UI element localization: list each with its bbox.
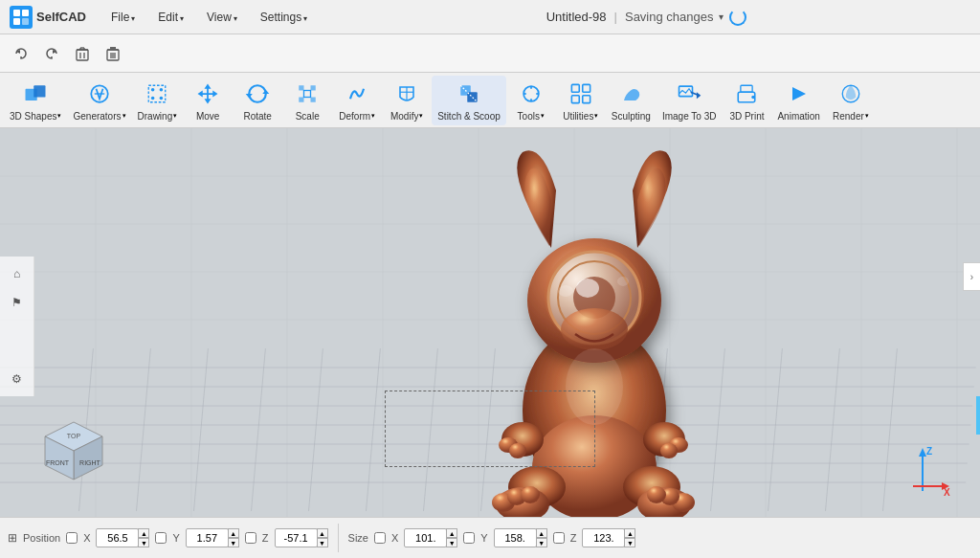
file-menu[interactable]: File▾ <box>103 7 143 28</box>
x-label-pos: X <box>83 532 90 544</box>
render-icon <box>835 79 866 109</box>
position-z-input[interactable] <box>275 528 318 547</box>
svg-point-119 <box>561 308 628 350</box>
position-x-input[interactable] <box>96 528 139 547</box>
viewport[interactable]: ⌂ ⚑ TOP RIGHT FRONT ⚙ › <box>0 128 980 520</box>
size-x-down[interactable]: ▼ <box>446 538 457 547</box>
position-y-input[interactable] <box>186 528 229 547</box>
sculpting-icon <box>615 79 646 109</box>
svg-point-107 <box>509 443 526 458</box>
3d-shapes-label: 3D Shapes <box>10 111 56 122</box>
tool-stitch-scoop[interactable]: Stitch & Scoop <box>432 76 506 125</box>
scale-label: Scale <box>296 111 320 122</box>
tool-3d-print[interactable]: 3D Print <box>722 76 771 125</box>
z-label-pos: Z <box>262 532 269 544</box>
nav-cube[interactable]: TOP RIGHT FRONT <box>40 417 107 484</box>
drawing-label: Drawing <box>138 111 173 122</box>
tool-scale[interactable]: Scale <box>282 76 332 125</box>
generators-label: Generators <box>73 111 121 122</box>
position-checkbox-y[interactable] <box>155 532 167 544</box>
position-z-down[interactable]: ▼ <box>317 538 328 547</box>
tool-3d-shapes[interactable]: 3D Shapes ▾ <box>4 76 67 125</box>
deform-icon <box>342 79 372 109</box>
delete-button[interactable] <box>69 40 96 67</box>
rotate-label: Rotate <box>243 111 271 122</box>
title-center: Untitled-98 | Saving changes ▾ <box>323 9 970 26</box>
svg-point-25 <box>160 88 164 92</box>
tool-utilities[interactable]: Utilities ▾ <box>556 76 606 125</box>
redo-button[interactable] <box>38 40 65 67</box>
svg-point-24 <box>151 88 155 92</box>
tool-move[interactable]: Move <box>183 76 233 125</box>
position-checkbox-z[interactable] <box>245 532 256 544</box>
position-y-down[interactable]: ▼ <box>228 538 239 547</box>
svg-rect-48 <box>583 96 590 103</box>
saving-text: Saving changes <box>625 10 714 24</box>
svg-point-26 <box>160 97 164 100</box>
size-label: Size <box>348 532 368 544</box>
status-divider <box>338 524 339 552</box>
svg-text:TOP: TOP <box>67 433 81 439</box>
svg-point-100 <box>521 486 540 503</box>
position-x-up[interactable]: ▲ <box>138 528 149 538</box>
size-x-input[interactable] <box>404 528 447 547</box>
tools-row: 3D Shapes ▾ Generators ▾ Drawing ▾ Move <box>0 73 980 128</box>
svg-rect-2 <box>13 18 20 25</box>
position-x-down[interactable]: ▼ <box>138 538 149 547</box>
utilities-icon <box>566 79 596 109</box>
svg-text:Z: Z <box>926 446 932 457</box>
size-z-up[interactable]: ▲ <box>624 528 635 538</box>
view-menu[interactable]: View▾ <box>199 7 245 28</box>
trash-button[interactable] <box>100 40 126 67</box>
svg-point-27 <box>151 97 155 100</box>
right-collapse-button[interactable]: › <box>963 262 980 291</box>
status-bar: ⊞ Position X ▲▼ Y ▲▼ Z ▲▼ Size X ▲▼ Y ▲▼… <box>0 517 980 558</box>
tool-generators[interactable]: Generators ▾ <box>67 76 131 125</box>
size-checkbox-z[interactable] <box>553 532 565 544</box>
tool-deform[interactable]: Deform ▾ <box>332 76 382 125</box>
position-y-up[interactable]: ▲ <box>228 528 239 538</box>
tools-icon <box>516 79 546 109</box>
generators-icon <box>84 79 115 109</box>
tool-animation[interactable]: Animation <box>771 76 825 125</box>
tool-modify[interactable]: Modify ▾ <box>382 76 432 125</box>
tool-drawing[interactable]: Drawing ▾ <box>132 76 184 125</box>
settings-sidebar-btn[interactable]: ⚙ <box>4 366 31 392</box>
edit-menu[interactable]: Edit▾ <box>150 7 191 28</box>
svg-rect-46 <box>583 84 590 92</box>
tool-image-to-3d[interactable]: Image To 3D <box>657 76 723 125</box>
size-z-down[interactable]: ▼ <box>624 538 635 547</box>
logo-area: SelfCAD <box>10 6 86 29</box>
position-label: Position <box>23 532 60 544</box>
undo-button[interactable] <box>8 40 34 67</box>
toolbar <box>0 34 980 73</box>
svg-rect-45 <box>571 84 579 92</box>
size-z-input[interactable] <box>582 528 625 547</box>
tool-render[interactable]: Render ▾ <box>826 76 876 125</box>
svg-point-53 <box>752 96 756 100</box>
size-y-down[interactable]: ▼ <box>536 538 547 547</box>
svg-marker-29 <box>246 94 253 98</box>
size-x-up[interactable]: ▲ <box>446 528 457 538</box>
position-z-up[interactable]: ▲ <box>317 528 328 538</box>
tool-tools[interactable]: Tools ▾ <box>506 76 556 125</box>
size-y-up[interactable]: ▲ <box>536 528 547 538</box>
modify-icon <box>391 79 422 109</box>
svg-rect-1 <box>22 10 29 16</box>
right-accent-bar <box>976 396 980 435</box>
svg-marker-130 <box>919 448 926 457</box>
home-sidebar-btn[interactable]: ⌂ <box>4 260 31 287</box>
document-name: Untitled-98 <box>546 10 607 24</box>
position-checkbox-x[interactable] <box>66 532 78 544</box>
settings-menu[interactable]: Settings▾ <box>253 7 315 28</box>
saving-spinner <box>729 9 746 26</box>
size-checkbox-y[interactable] <box>463 532 475 544</box>
flag-sidebar-btn[interactable]: ⚑ <box>4 289 31 316</box>
size-y-input[interactable] <box>494 528 537 547</box>
svg-rect-20 <box>33 85 45 97</box>
title-bar: SelfCAD File▾ Edit▾ View▾ Settings▾ Unti… <box>0 0 980 34</box>
rotate-icon <box>242 79 273 109</box>
tool-sculpting[interactable]: Sculpting <box>606 76 657 125</box>
size-checkbox-x[interactable] <box>374 532 386 544</box>
tool-rotate[interactable]: Rotate <box>233 76 282 125</box>
